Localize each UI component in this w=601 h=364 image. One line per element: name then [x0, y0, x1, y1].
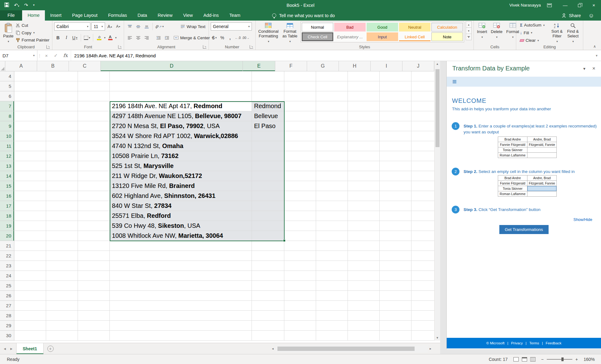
decrease-font-icon[interactable]: A▾ [114, 22, 122, 31]
insert-cells-button[interactable]: Insert ▾ [476, 22, 488, 44]
row-header-29[interactable]: 29 [0, 321, 14, 331]
cell-J10[interactable] [411, 131, 434, 141]
zoom-level[interactable]: 160% [581, 357, 595, 362]
cell-H30[interactable] [348, 331, 380, 341]
cell-J4[interactable] [411, 71, 434, 81]
cell-B22[interactable] [46, 251, 78, 261]
cell-B23[interactable] [46, 261, 78, 271]
cell-C28[interactable] [78, 311, 110, 321]
gallery-more-icon[interactable]: .▾ [466, 34, 472, 40]
cell-D7[interactable]: 2196 184th Ave. NE Apt 417, Redmond [110, 101, 252, 111]
accounting-format-icon[interactable]: $▾ [211, 34, 218, 42]
row-header-24[interactable]: 24 [0, 271, 14, 281]
cell-I8[interactable] [380, 111, 411, 121]
cell-B28[interactable] [46, 311, 78, 321]
cell-C21[interactable] [78, 241, 110, 251]
cell-E23[interactable] [252, 261, 284, 271]
cell-I12[interactable] [380, 151, 411, 161]
row-header-11[interactable]: 11 [0, 141, 14, 151]
save-icon[interactable] [4, 2, 9, 8]
cell-A29[interactable] [14, 321, 46, 331]
number-dialog-launcher-icon[interactable]: ↘ [250, 45, 253, 49]
cell-D21[interactable] [110, 241, 252, 251]
cell-A4[interactable] [14, 71, 46, 81]
cell-E29[interactable] [252, 321, 284, 331]
cell-C4[interactable] [78, 71, 110, 81]
cell-G15[interactable] [316, 181, 348, 191]
cell-F10[interactable] [284, 131, 316, 141]
tab-file[interactable]: File [0, 10, 22, 21]
cell-H9[interactable] [348, 121, 380, 131]
cell-H20[interactable] [348, 231, 380, 241]
cell-D11[interactable]: 4740 N 132nd St, Omaha [110, 141, 252, 151]
cell-style-note[interactable]: Note [431, 32, 463, 41]
cell-E30[interactable] [252, 331, 284, 341]
cell-I20[interactable] [380, 231, 411, 241]
cell-H4[interactable] [348, 71, 380, 81]
redo-icon[interactable]: ↷ [24, 3, 28, 7]
cell-B25[interactable] [46, 281, 78, 291]
cell-I19[interactable] [380, 221, 411, 231]
cell-C11[interactable] [78, 141, 110, 151]
font-size-select[interactable]: 11▾ [91, 22, 105, 31]
cancel-icon[interactable]: × [42, 50, 51, 61]
cell-E9[interactable]: El Paso [252, 121, 284, 131]
cell-E26[interactable] [252, 291, 284, 301]
insert-function-icon[interactable]: fx [60, 50, 71, 61]
cell-G30[interactable] [316, 331, 348, 341]
row-header-7[interactable]: 7 [0, 101, 14, 111]
cell-B12[interactable] [46, 151, 78, 161]
cell-B11[interactable] [46, 141, 78, 151]
tab-insert[interactable]: Insert [45, 10, 67, 21]
row-header-20[interactable]: 20 [0, 231, 14, 241]
fill-button[interactable]: ↓Fill▾ [519, 30, 549, 36]
number-format-select[interactable]: General▾ [211, 22, 252, 31]
decrease-indent-icon[interactable] [155, 34, 162, 42]
increase-font-icon[interactable]: A▴ [106, 22, 113, 31]
cell-F30[interactable] [284, 331, 316, 341]
prev-sheet-icon[interactable]: ◄ [3, 347, 7, 351]
scroll-right-icon[interactable]: ► [428, 347, 433, 350]
cell-B30[interactable] [46, 331, 78, 341]
cell-E15[interactable] [252, 181, 284, 191]
cell-C6[interactable] [78, 91, 110, 101]
cell-A14[interactable] [14, 171, 46, 181]
cell-F13[interactable] [284, 161, 316, 171]
cell-G10[interactable] [316, 131, 348, 141]
cell-J24[interactable] [411, 271, 434, 281]
font-color-button[interactable]: A [107, 34, 114, 42]
cell-J23[interactable] [411, 261, 434, 271]
cell-G14[interactable] [316, 171, 348, 181]
cell-F20[interactable] [284, 231, 316, 241]
cell-E14[interactable] [252, 171, 284, 181]
cell-I4[interactable] [380, 71, 411, 81]
cell-A26[interactable] [14, 291, 46, 301]
cell-J17[interactable] [411, 201, 434, 211]
cell-J16[interactable] [411, 191, 434, 201]
sort-filter-button[interactable]: AZ Sort & Filter ▾ [549, 22, 565, 44]
cell-J20[interactable] [411, 231, 434, 241]
underline-button[interactable]: U▾ [71, 34, 79, 42]
align-center-icon[interactable] [134, 34, 142, 42]
cell-J22[interactable] [411, 251, 434, 261]
cell-D29[interactable] [110, 321, 252, 331]
autosum-button[interactable]: ΣAutoSum▾ [519, 22, 549, 28]
tab-page-layout[interactable]: Page Layout [67, 10, 103, 21]
cell-A20[interactable] [14, 231, 46, 241]
cell-E13[interactable] [252, 161, 284, 171]
conditional-formatting-button[interactable]: Conditional Formatting ▾ [257, 22, 279, 44]
scroll-left-icon[interactable]: ◄ [270, 347, 276, 350]
cell-E11[interactable] [252, 141, 284, 151]
cell-C15[interactable] [78, 181, 110, 191]
cell-I11[interactable] [380, 141, 411, 151]
font-dialog-launcher-icon[interactable]: ↘ [118, 45, 122, 49]
cell-I26[interactable] [380, 291, 411, 301]
cell-H26[interactable] [348, 291, 380, 301]
row-header-27[interactable]: 27 [0, 301, 14, 311]
cell-style-good[interactable]: Good [367, 23, 398, 31]
cell-F19[interactable] [284, 221, 316, 231]
cell-B21[interactable] [46, 241, 78, 251]
cell-H28[interactable] [348, 311, 380, 321]
cell-C25[interactable] [78, 281, 110, 291]
cell-D17[interactable]: 840 W Star St, 27834 [110, 201, 252, 211]
